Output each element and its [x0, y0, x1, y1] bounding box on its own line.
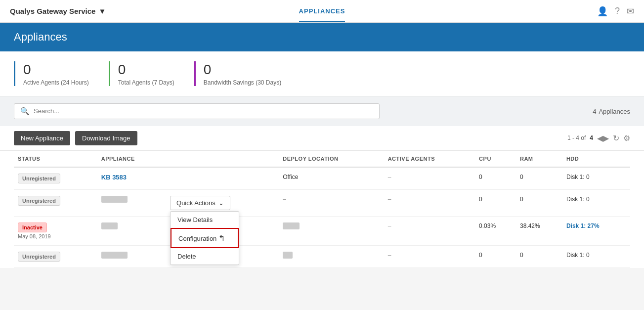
hdd-cell: Disk 1: 0: [562, 167, 630, 190]
deploy-location-cell: –: [279, 189, 384, 216]
appliance-name-blurred[interactable]: [101, 252, 128, 259]
stat-bandwidth-label: Bandwidth Savings (30 Days): [204, 79, 281, 86]
table-row: Unregistered Quick Actions ⌄ View: [14, 189, 630, 216]
appliance-name[interactable]: KB 3583: [101, 174, 127, 181]
top-nav-right: 👤 ? ✉: [426, 6, 634, 17]
chevron-down-icon: ⌄: [218, 199, 224, 207]
table-header-row: STATUS APPLIANCE DEPLOY LOCATION ACTIVE …: [14, 151, 630, 167]
stat-bandwidth-number: 0: [204, 61, 281, 78]
status-badge: Unregistered: [18, 252, 60, 262]
hdd-cell: Disk 1: 27%: [562, 216, 630, 245]
appliance-name-blurred[interactable]: [101, 196, 128, 203]
view-details-item[interactable]: View Details: [171, 212, 239, 228]
ram-cell: 0: [516, 189, 562, 216]
appliances-table: STATUS APPLIANCE DEPLOY LOCATION ACTIVE …: [14, 151, 630, 268]
ram-cell: 0: [516, 245, 562, 267]
stat-total-agents-number: 0: [118, 61, 174, 78]
stat-active-agents: 0 Active Agents (24 Hours): [14, 61, 109, 86]
table-row: Unregistered KB 3583 Office – 0 0 Disk 1…: [14, 167, 630, 190]
cpu-cell: 0: [475, 167, 516, 190]
deploy-location-cell: Office: [279, 167, 384, 190]
status-cell: Unregistered: [14, 167, 97, 190]
stat-active-agents-number: 0: [23, 61, 89, 78]
table-row: Unregistered – 0 0 Disk 1: 0: [14, 245, 630, 267]
cpu-cell: 0: [475, 245, 516, 267]
quick-actions-button[interactable]: Quick Actions ⌄: [170, 196, 230, 210]
stat-total-agents: 0 Total Agents (7 Days): [109, 61, 194, 86]
active-agents-cell: –: [384, 216, 475, 245]
quick-actions-label: Quick Actions: [176, 199, 215, 207]
appliances-nav-link[interactable]: APPLIANCES: [299, 0, 345, 22]
brand-chevron[interactable]: ▼: [98, 7, 106, 15]
quick-actions-wrapper: Quick Actions ⌄ View Details Configurati…: [170, 196, 230, 210]
deploy-location-cell: [279, 245, 384, 267]
brand[interactable]: Qualys Gateway Service ▼: [10, 7, 218, 15]
status-cell: Inactive May 08, 2019: [14, 216, 97, 245]
top-nav-center: APPLIANCES: [218, 0, 426, 22]
col-actions: [166, 151, 279, 167]
appliance-cell: [97, 245, 166, 267]
table-row: Inactive May 08, 2019 – 0.03% 38.42% Dis…: [14, 216, 630, 245]
new-appliance-button[interactable]: New Appliance: [14, 131, 70, 145]
mail-icon[interactable]: ✉: [627, 6, 634, 17]
cpu-cell: 0.03%: [475, 216, 516, 245]
col-deploy-location: DEPLOY LOCATION: [279, 151, 384, 167]
pagination-range: 1 - 4 of: [567, 134, 586, 141]
toolbar-left: New Appliance Download Image: [14, 131, 137, 145]
deploy-location-cell: [279, 216, 384, 245]
search-box: 🔍: [14, 103, 380, 119]
user-icon[interactable]: 👤: [597, 6, 608, 17]
search-input[interactable]: [34, 107, 373, 115]
col-cpu: CPU: [475, 151, 516, 167]
active-agents-cell: –: [384, 245, 475, 267]
actions-cell: Quick Actions ⌄ View Details Configurati…: [166, 189, 279, 216]
help-icon[interactable]: ?: [615, 6, 620, 16]
appliance-cell: [97, 189, 166, 216]
toolbar: New Appliance Download Image 1 - 4 of 4 …: [0, 126, 644, 151]
hdd-cell: Disk 1: 0: [562, 245, 630, 267]
deploy-location-blurred: [283, 252, 293, 259]
col-ram: RAM: [516, 151, 562, 167]
prev-page-icon[interactable]: ◀▶: [597, 133, 609, 143]
brand-name: Qualys Gateway Service: [10, 7, 95, 15]
appliances-count-number: 4: [593, 108, 596, 115]
appliance-cell: KB 3583: [97, 167, 166, 190]
actions-cell: [166, 167, 279, 190]
delete-item[interactable]: Delete: [171, 248, 239, 265]
table-container: STATUS APPLIANCE DEPLOY LOCATION ACTIVE …: [0, 151, 644, 268]
status-badge: Inactive: [18, 222, 47, 232]
refresh-icon[interactable]: ↻: [613, 133, 619, 143]
cpu-cell: 0: [475, 189, 516, 216]
active-agents-cell: –: [384, 167, 475, 190]
pagination-total: 4: [590, 134, 593, 141]
appliances-count-label: Appliances: [599, 108, 630, 115]
col-status: STATUS: [14, 151, 97, 167]
col-hdd: HDD: [562, 151, 630, 167]
search-area: 🔍 4 Appliances: [0, 96, 644, 126]
top-nav: Qualys Gateway Service ▼ APPLIANCES 👤 ? …: [0, 0, 644, 23]
status-badge: Unregistered: [18, 196, 60, 206]
stat-total-agents-label: Total Agents (7 Days): [118, 79, 174, 86]
deploy-location-blurred: [283, 222, 299, 229]
settings-icon[interactable]: ⚙: [623, 133, 630, 143]
ram-cell: 0: [516, 167, 562, 190]
quick-actions-dropdown: View Details Configuration↰ Delete: [170, 211, 239, 265]
cursor-indicator: ↰: [218, 233, 225, 243]
download-image-button[interactable]: Download Image: [75, 131, 137, 145]
configuration-item[interactable]: Configuration↰: [171, 228, 239, 248]
status-date: May 08, 2019: [18, 233, 93, 239]
appliance-name-blurred[interactable]: [101, 222, 118, 229]
stats-bar: 0 Active Agents (24 Hours) 0 Total Agent…: [0, 51, 644, 96]
active-agents-cell: –: [384, 189, 475, 216]
hdd-cell: Disk 1: 0: [562, 189, 630, 216]
col-active-agents: ACTIVE AGENTS: [384, 151, 475, 167]
appliances-count: 4 Appliances: [593, 106, 630, 116]
search-icon: 🔍: [20, 107, 30, 116]
status-badge: Unregistered: [18, 174, 60, 183]
col-appliance: APPLIANCE: [97, 151, 166, 167]
stat-bandwidth: 0 Bandwidth Savings (30 Days): [194, 61, 301, 86]
stat-active-agents-label: Active Agents (24 Hours): [23, 79, 89, 86]
status-cell: Unregistered: [14, 245, 97, 267]
status-cell: Unregistered: [14, 189, 97, 216]
appliance-cell: [97, 216, 166, 245]
